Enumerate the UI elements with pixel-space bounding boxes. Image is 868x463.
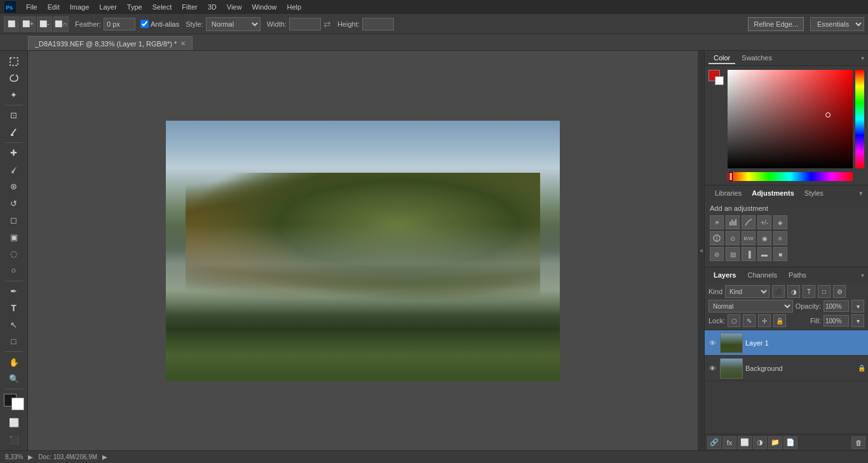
adj-exposure-icon[interactable]: +/- [757,215,771,229]
menu-window[interactable]: Window [247,2,281,12]
hand-tool[interactable]: ✋ [4,354,24,370]
layers-tab[interactable]: Layers [709,270,741,280]
screen-mode-btn[interactable]: ⬛ [4,432,24,448]
foreground-background-colors[interactable] [4,394,24,410]
adj-gradientmap-icon[interactable]: ▬ [757,247,771,261]
background-color[interactable] [11,398,24,410]
channels-tab[interactable]: Channels [742,270,782,280]
new-selection-btn[interactable]: ⬜ [4,17,19,32]
blur-tool[interactable]: ◌ [4,246,24,262]
menu-filter[interactable]: Filter [177,2,201,12]
intersect-selection-btn[interactable]: ⬜∩ [53,17,69,32]
swatches-tab[interactable]: Swatches [736,53,777,64]
adj-colorbalance-icon[interactable]: ⊙ [726,231,740,245]
refine-edge-button[interactable]: Refine Edge... [748,17,804,31]
lock-transparent-btn[interactable]: ⬡ [728,314,740,327]
doc-info-arrow[interactable]: ▶ [102,453,107,460]
lasso-tool[interactable] [4,70,24,86]
right-hue-strip[interactable] [855,70,864,168]
adjustments-tab[interactable]: Adjustments [747,188,799,198]
layer-filter-smart-icon[interactable]: ⚙ [833,285,846,298]
layer1-visibility[interactable]: 👁 [707,338,717,348]
zoom-tool[interactable]: 🔍 [4,371,24,387]
fg-bg-swatch[interactable] [709,70,724,85]
feather-input[interactable] [104,18,135,30]
adj-channelmixer-icon[interactable]: ≡ [773,231,787,245]
adj-curves-icon[interactable] [742,215,756,229]
new-layer-btn[interactable]: 📄 [783,436,797,449]
opacity-input[interactable] [824,300,849,312]
new-group-btn[interactable]: 📁 [768,436,782,449]
styles-tab[interactable]: Styles [799,188,829,198]
new-fill-adj-btn[interactable]: ◑ [753,436,767,449]
adj-hsl-icon[interactable] [710,231,724,245]
menu-edit[interactable]: Edit [43,2,64,12]
adj-posterize-icon[interactable]: ▤ [726,247,740,261]
adj-photofilter-icon[interactable]: ◉ [757,231,771,245]
height-input[interactable] [362,18,394,30]
hue-slider[interactable] [728,172,853,181]
magic-wand-tool[interactable]: ✦ [4,87,24,103]
history-brush-tool[interactable]: ↺ [4,195,24,211]
adj-invert-icon[interactable]: ⊘ [710,247,724,261]
width-input[interactable] [289,18,321,30]
background-visibility[interactable]: 👁 [707,363,717,373]
menu-view[interactable]: View [222,2,247,12]
layer-filter-pixel-icon[interactable]: ⬛ [772,285,785,298]
opacity-arrow-btn[interactable]: ▾ [851,300,864,312]
adj-levels-icon[interactable] [726,215,740,229]
add-style-btn[interactable]: fx [722,436,736,449]
menu-type[interactable]: Type [123,2,147,12]
delete-layer-btn[interactable]: 🗑 [851,436,865,449]
adj-vibrance-icon[interactable]: ◈ [773,215,787,229]
dodge-tool[interactable]: ○ [4,262,24,278]
layer-filter-shape-icon[interactable]: □ [818,285,831,298]
layer-item-layer1[interactable]: 👁 Layer 1 [705,330,868,356]
workspace-dropdown[interactable]: Essentials [810,17,864,31]
add-selection-btn[interactable]: ⬜+ [20,17,36,32]
color-gradient-box[interactable] [728,70,853,181]
lock-pixels-btn[interactable]: ✎ [743,314,756,327]
adj-solidcolor-icon[interactable]: ■ [773,247,787,261]
lock-all-btn[interactable]: 🔒 [773,314,786,327]
layer-filter-type-icon[interactable]: T [803,285,815,298]
panel-collapse-handle[interactable]: ◀ [698,51,704,450]
menu-image[interactable]: Image [65,2,94,12]
menu-help[interactable]: Help [283,2,306,12]
pen-tool[interactable]: ✒ [4,283,24,299]
swap-icon[interactable]: ⇄ [323,19,331,29]
shape-tool[interactable]: □ [4,333,24,349]
document-tab[interactable]: _D8A1939.NEF @ 8,33% (Layer 1, RGB/8*) *… [28,36,193,50]
add-mask-btn[interactable]: ⬜ [738,436,752,449]
gradient-tool[interactable]: ▣ [4,229,24,245]
style-dropdown[interactable]: Normal Fixed Ratio Fixed Size [206,17,261,31]
color-tab[interactable]: Color [709,53,735,64]
anti-alias-checkbox[interactable] [140,20,149,28]
document-close-btn[interactable]: ✕ [180,40,186,47]
link-layers-btn[interactable]: 🔗 [707,436,721,449]
layer-filter-adj-icon[interactable]: ◑ [787,285,800,298]
adj-bw-icon[interactable]: B/W [742,231,756,245]
adj-threshold-icon[interactable]: ▐ [742,247,756,261]
fill-arrow-btn[interactable]: ▾ [851,314,864,327]
menu-file[interactable]: File [22,2,42,12]
paths-tab[interactable]: Paths [783,270,811,280]
type-tool[interactable]: T [4,300,24,316]
adj-brightness-icon[interactable]: ☀ [710,215,724,229]
menu-layer[interactable]: Layer [95,2,121,12]
lock-position-btn[interactable]: ✛ [758,314,771,327]
menu-3d[interactable]: 3D [203,2,221,12]
stamp-tool[interactable]: ⊛ [4,178,24,194]
hue-saturation-picker[interactable] [728,70,853,168]
brush-tool[interactable] [4,162,24,178]
fill-input[interactable] [824,315,849,326]
layer-item-background[interactable]: 👁 Background 🔒 [705,356,868,381]
canvas-area[interactable] [28,51,698,450]
eyedropper-tool[interactable] [4,124,24,140]
blend-mode-select[interactable]: Normal [709,300,793,312]
adjustments-collapse[interactable]: ▾ [859,189,863,198]
path-selection-tool[interactable]: ↖ [4,317,24,333]
kind-select[interactable]: Kind [725,285,770,298]
marquee-tool[interactable] [4,53,24,69]
bg-swatch[interactable] [715,76,724,85]
